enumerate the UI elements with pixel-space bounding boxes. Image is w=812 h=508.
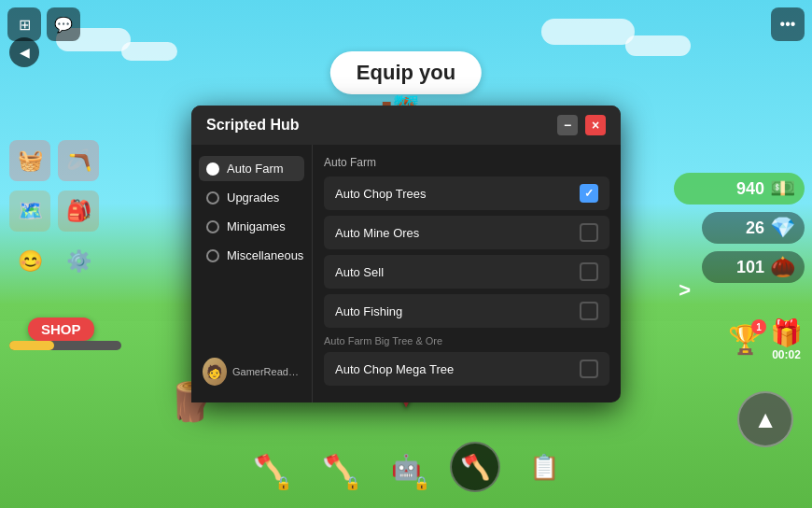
sidebar-item-auto-farm[interactable]: Auto Farm [199, 156, 304, 181]
close-icon: × [592, 118, 599, 133]
auto-chop-mega-toggle[interactable] [580, 360, 598, 378]
toggle-row-auto-chop-mega: Auto Chop Mega Tree [324, 352, 609, 386]
modal-close-button[interactable]: × [585, 115, 606, 135]
avatar-name: GamerReady_Sc [232, 366, 301, 377]
auto-mine-ores-label: Auto Mine Ores [335, 226, 419, 240]
section-1-title: Auto Farm [324, 156, 609, 169]
modal-controls: − × [557, 115, 606, 135]
auto-mine-ores-toggle[interactable] [580, 223, 598, 242]
toggle-row-auto-mine-ores: Auto Mine Ores [324, 216, 609, 249]
avatar-image: 🧑 [203, 358, 227, 386]
sidebar-item-upgrades[interactable]: Upgrades [199, 185, 304, 210]
modal-body: Auto Farm Upgrades Minigames Miscellaneo… [191, 145, 621, 402]
toggle-row-auto-fishing: Auto Fishing [324, 294, 609, 328]
sidebar-auto-farm-icon [206, 162, 219, 176]
sidebar-item-miscellaneous[interactable]: Miscellaneous [199, 243, 304, 268]
sidebar-misc-icon [206, 249, 219, 262]
toggle-row-auto-chop-trees: Auto Chop Trees [324, 176, 609, 210]
modal-title: Scripted Hub [206, 117, 300, 134]
sidebar-avatar: 🧑 GamerReady_Sc [199, 352, 304, 391]
auto-sell-label: Auto Sell [335, 265, 384, 279]
auto-chop-trees-toggle[interactable] [580, 184, 598, 203]
sidebar-auto-farm-label: Auto Farm [227, 162, 284, 176]
minimize-icon: − [564, 118, 571, 133]
modal-main-content: Auto Farm Auto Chop Trees Auto Mine Ores… [313, 145, 621, 402]
sidebar-upgrades-label: Upgrades [227, 190, 279, 205]
sidebar-misc-label: Miscellaneous [227, 248, 303, 262]
modal-overlay: Scripted Hub − × Auto Farm Upgr [0, 0, 812, 508]
sidebar-minigames-icon [206, 220, 219, 233]
auto-chop-mega-label: Auto Chop Mega Tree [335, 362, 454, 376]
modal-sidebar: Auto Farm Upgrades Minigames Miscellaneo… [191, 145, 313, 402]
modal-header: Scripted Hub − × [191, 106, 621, 145]
sidebar-minigames-label: Minigames [227, 219, 286, 233]
sidebar-upgrades-icon [206, 191, 219, 205]
auto-fishing-toggle[interactable] [580, 302, 598, 320]
auto-fishing-label: Auto Fishing [335, 304, 402, 318]
modal-minimize-button[interactable]: − [557, 115, 578, 135]
section-2-title: Auto Farm Big Tree & Ore [324, 335, 609, 346]
sidebar-item-minigames[interactable]: Minigames [199, 214, 304, 239]
auto-sell-toggle[interactable] [580, 262, 598, 281]
scripted-hub-modal: Scripted Hub − × Auto Farm Upgr [191, 106, 621, 402]
auto-chop-trees-label: Auto Chop Trees [335, 187, 427, 201]
toggle-row-auto-sell: Auto Sell [324, 255, 609, 289]
